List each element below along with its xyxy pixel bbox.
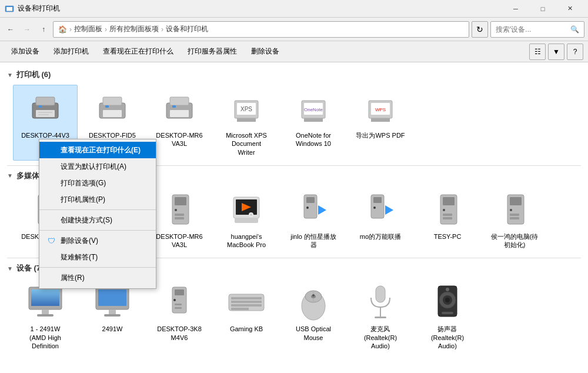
ctx-remove-device[interactable]: 🛡 删除设备(V)	[39, 232, 156, 249]
svg-rect-12	[105, 105, 109, 108]
server-props-button[interactable]: 打印服务器属性	[181, 44, 243, 60]
svg-rect-71	[42, 309, 49, 314]
main-content: ▼ 打印机 (6) DESKTOP-44V3M6L	[0, 62, 588, 373]
titlebar-icon	[5, 4, 14, 14]
toolbar-right: ☷ ▼ ?	[529, 44, 583, 60]
svg-rect-85	[231, 304, 262, 307]
add-device-button[interactable]: 添加设备	[5, 44, 46, 60]
printer-item-5[interactable]: WPS 导出为WPS PDF	[348, 85, 413, 161]
svg-rect-6	[38, 105, 42, 108]
printer-item-3[interactable]: XPS Microsoft XPSDocumentWriter	[214, 85, 279, 161]
svg-rect-62	[443, 217, 452, 219]
svg-marker-28	[371, 118, 390, 122]
multimedia-item-3[interactable]: huangpei'sMacBook Pro	[214, 186, 279, 254]
multimedia-toggle[interactable]: ▼	[7, 172, 13, 179]
multimedia-label-5: mo的万能联播	[360, 232, 401, 241]
svg-rect-72	[37, 314, 54, 317]
search-icon: 🔍	[570, 25, 579, 34]
device-item-2[interactable]: DESKTOP-3K8M4V6	[147, 278, 212, 354]
device-label-0: 1 - 2491W(AMD HighDefinition	[29, 325, 61, 350]
search-input[interactable]	[496, 25, 570, 34]
multimedia-item-5[interactable]: mo的万能联播	[348, 186, 413, 254]
multimedia-item-2[interactable]: DESKTOP-MR6VA3L	[147, 186, 212, 254]
svg-point-79	[173, 299, 176, 301]
printer-label-4: OneNote forWindows 10	[296, 131, 331, 148]
wps-icon: WPS	[362, 90, 399, 128]
device-label-2: DESKTOP-3K8M4V6	[157, 325, 202, 342]
ctx-print-prefs[interactable]: 打印首选项(G)	[39, 175, 156, 191]
tower-icon-6	[429, 191, 466, 229]
device-item-5[interactable]: 麦克风(Realtek(R)Audio)	[348, 278, 413, 354]
view-queue-button[interactable]: 查看现在正在打印什么	[96, 44, 180, 60]
printer-item-4[interactable]: OneNote OneNote forWindows 10	[281, 85, 346, 161]
add-printer-button[interactable]: 添加打印机	[47, 44, 95, 60]
svg-text:OneNote: OneNote	[304, 107, 323, 112]
ctx-create-shortcut[interactable]: 创建快捷方式(S)	[39, 212, 156, 228]
svg-rect-5	[36, 110, 55, 117]
mic-icon	[362, 284, 399, 321]
ctx-troubleshoot-icon	[46, 252, 56, 262]
close-button[interactable]: ✕	[556, 0, 583, 18]
device-label-1: 2491W	[102, 325, 123, 333]
tower-small-icon	[161, 284, 198, 321]
multimedia-item-6[interactable]: TESY-PC	[415, 186, 480, 254]
multimedia-item-4[interactable]: jinlo 的恒星播放器	[281, 186, 346, 254]
window-controls: ─ □ ✕	[502, 0, 583, 18]
printer-icon-2	[161, 90, 198, 128]
mouse-icon	[295, 284, 332, 321]
printers-section-header: ▼ 打印机 (6)	[7, 69, 581, 80]
view-options-button[interactable]: ▼	[548, 44, 564, 60]
tower-arrow-icon-1	[362, 191, 399, 229]
ctx-view-queue[interactable]: 查看现在正在打印什么(E)	[39, 142, 156, 158]
svg-rect-81	[175, 307, 182, 309]
ctx-properties[interactable]: 属性(R)	[39, 269, 156, 286]
media-player-icon	[228, 191, 265, 229]
ctx-printer-props[interactable]: 打印机属性(P)	[39, 191, 156, 208]
device-item-0[interactable]: 1 - 2491W(AMD HighDefinition	[13, 278, 78, 354]
device-item-6[interactable]: 扬声器(Realtek(R)Audio)	[415, 278, 480, 354]
breadcrumb-2: 所有控制面板项	[109, 24, 159, 34]
toolbar: 添加设备 添加打印机 查看现在正在打印什么 打印服务器属性 删除设备 ☷ ▼ ?	[0, 41, 588, 62]
device-item-1[interactable]: 2491W	[80, 278, 145, 354]
refresh-button[interactable]: ↻	[472, 21, 488, 38]
tower-arrow-icon-0	[295, 191, 332, 229]
svg-point-100	[446, 288, 449, 291]
svg-rect-51	[306, 197, 315, 203]
context-menu: 查看现在正在打印什么(E) 设置为默认打印机(A) 打印首选项(G) 打印机属性…	[39, 139, 156, 289]
minimize-button[interactable]: ─	[502, 0, 529, 18]
speaker-icon	[429, 284, 466, 321]
ctx-printer-props-icon	[46, 195, 56, 204]
device-item-4[interactable]: USB OpticalMouse	[281, 278, 346, 354]
svg-rect-15	[170, 110, 189, 117]
printers-toggle[interactable]: ▼	[7, 72, 13, 78]
search-box[interactable]: 🔍	[490, 21, 584, 38]
printer-item-2[interactable]: DESKTOP-MR6VA3L	[147, 85, 212, 161]
svg-marker-24	[304, 118, 323, 122]
svg-point-91	[312, 294, 315, 297]
view-toggle-button[interactable]: ☷	[529, 44, 546, 60]
multimedia-item-7[interactable]: 侯一鸿的电脑(待初始化)	[482, 186, 547, 254]
xps-printer-icon: XPS	[228, 90, 265, 128]
ctx-set-default[interactable]: 设置为默认打印机(A)	[39, 158, 156, 175]
multimedia-label-2: DESKTOP-MR6VA3L	[156, 232, 202, 249]
svg-point-60	[443, 209, 445, 211]
svg-rect-7	[38, 112, 52, 113]
address-path[interactable]: 🏠 › 控制面板 › 所有控制面板项 › 设备和打印机	[53, 21, 469, 38]
devices-toggle[interactable]: ▼	[7, 265, 13, 272]
svg-rect-8	[38, 114, 49, 115]
help-button[interactable]: ?	[567, 44, 583, 60]
up-button[interactable]: ↑	[36, 22, 51, 36]
remove-device-button[interactable]: 删除设备	[245, 44, 286, 60]
forward-button[interactable]: →	[20, 22, 34, 36]
svg-rect-55	[373, 197, 382, 203]
printer-label-5: 导出为WPS PDF	[356, 131, 405, 139]
maximize-button[interactable]: □	[529, 0, 556, 18]
svg-rect-16	[172, 105, 176, 108]
ctx-troubleshoot[interactable]: 疑难解答(T)	[39, 249, 156, 265]
breadcrumb-3: 设备和打印机	[166, 24, 208, 34]
device-item-3[interactable]: Gaming KB	[214, 278, 279, 354]
device-label-4: USB OpticalMouse	[296, 325, 331, 342]
device-label-6: 扬声器(Realtek(R)Audio)	[431, 325, 464, 350]
back-button[interactable]: ←	[4, 22, 18, 36]
svg-rect-1	[6, 7, 12, 11]
